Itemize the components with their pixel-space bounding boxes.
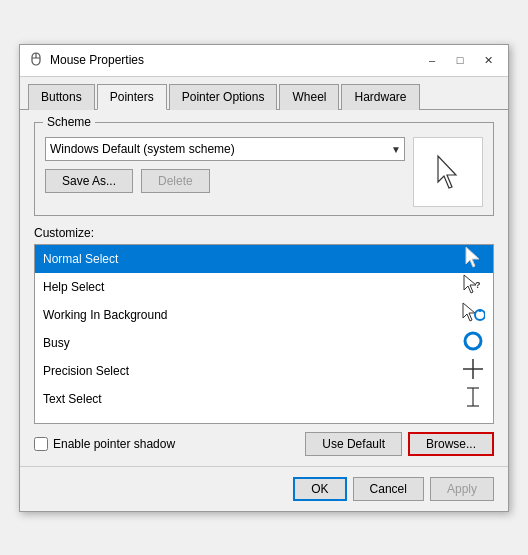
svg-marker-7 [463,303,475,321]
cursor-icon-text-select [461,386,485,411]
shadow-checkbox-wrapper: Enable pointer shadow [34,437,297,451]
svg-point-9 [479,309,482,312]
scheme-group-label: Scheme [43,115,95,129]
close-button[interactable]: ✕ [476,49,500,71]
customize-label: Customize: [34,226,494,240]
cursor-item-normal-select[interactable]: Normal Select [35,245,493,273]
cursor-icon-normal-select [461,246,485,271]
cursor-icon-working-background [461,302,485,327]
scheme-select-container: Windows Default (system scheme) Windows … [45,137,405,161]
shadow-label: Enable pointer shadow [53,437,175,451]
cursor-item-busy[interactable]: Busy [35,329,493,357]
cursor-name-normal-select: Normal Select [43,252,118,266]
cursor-item-text-select[interactable]: Text Select [35,385,493,413]
save-as-button[interactable]: Save As... [45,169,133,193]
cursor-icon-busy [461,330,485,355]
browse-button[interactable]: Browse... [408,432,494,456]
tab-hardware[interactable]: Hardware [341,84,419,110]
cancel-button[interactable]: Cancel [353,477,424,501]
window-icon [28,52,44,68]
ok-button[interactable]: OK [293,477,346,501]
cursor-item-help-select[interactable]: Help Select ? [35,273,493,301]
preview-cursor-icon [434,154,462,190]
titlebar: Mouse Properties – □ ✕ [20,45,508,77]
cursor-name-precision-select: Precision Select [43,364,129,378]
cursor-preview [413,137,483,207]
scheme-row: Windows Default (system scheme) Windows … [45,137,483,207]
cursor-name-help-select: Help Select [43,280,104,294]
maximize-button[interactable]: □ [448,49,472,71]
svg-point-10 [465,333,481,349]
bottom-options: Enable pointer shadow Use Default Browse… [34,432,494,456]
apply-button[interactable]: Apply [430,477,494,501]
minimize-button[interactable]: – [420,49,444,71]
tab-pointers[interactable]: Pointers [97,84,167,110]
cursor-item-working-background[interactable]: Working In Background [35,301,493,329]
delete-button[interactable]: Delete [141,169,210,193]
cursor-list[interactable]: Normal Select Help Select ? [34,244,494,424]
tab-buttons[interactable]: Buttons [28,84,95,110]
enable-shadow-checkbox[interactable] [34,437,48,451]
scheme-select-wrapper: Windows Default (system scheme) Windows … [45,137,405,207]
scheme-group: Scheme Windows Default (system scheme) W… [34,122,494,216]
titlebar-left: Mouse Properties [28,52,144,68]
tab-wheel[interactable]: Wheel [279,84,339,110]
cursor-name-text-select: Text Select [43,392,102,406]
use-default-button[interactable]: Use Default [305,432,402,456]
tab-content: Scheme Windows Default (system scheme) W… [20,110,508,466]
svg-marker-3 [438,156,456,188]
svg-text:?: ? [475,280,481,290]
cursor-icon-precision-select [461,358,485,383]
footer: OK Cancel Apply [20,466,508,511]
cursor-item-precision-select[interactable]: Precision Select [35,357,493,385]
tab-pointer-options[interactable]: Pointer Options [169,84,278,110]
window-title: Mouse Properties [50,53,144,67]
scheme-buttons: Save As... Delete [45,169,405,193]
cursor-name-working-background: Working In Background [43,308,168,322]
tabs-bar: Buttons Pointers Pointer Options Wheel H… [20,77,508,110]
titlebar-controls: – □ ✕ [420,49,500,71]
svg-marker-4 [466,247,479,267]
mouse-properties-window: Mouse Properties – □ ✕ Buttons Pointers … [19,44,509,512]
cursor-name-busy: Busy [43,336,70,350]
scheme-select[interactable]: Windows Default (system scheme) Windows … [45,137,405,161]
cursor-icon-help-select: ? [461,274,485,299]
bottom-action-buttons: Use Default Browse... [305,432,494,456]
